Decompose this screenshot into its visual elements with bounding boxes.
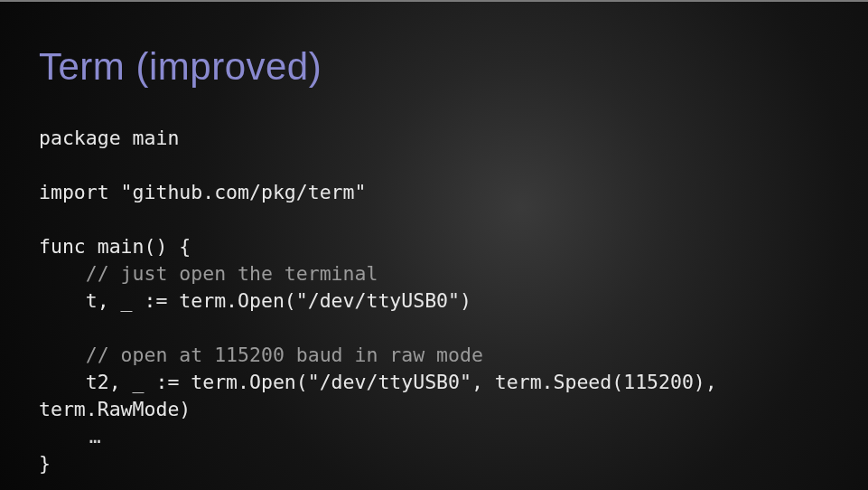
code-ellipsis: …: [39, 425, 102, 448]
code-line: func main() {: [39, 235, 191, 258]
code-line: term.RawMode): [39, 398, 191, 420]
code-line: package main: [39, 127, 179, 149]
code-line: import "github.com/pkg/term": [39, 181, 366, 203]
code-block: package main import "github.com/pkg/term…: [39, 125, 832, 477]
slide-title: Term (improved): [39, 45, 322, 89]
code-comment: // just open the terminal: [39, 262, 378, 285]
code-line: }: [39, 452, 51, 475]
code-comment: // open at 115200 baud in raw mode: [39, 344, 483, 366]
slide: Term (improved) package main import "git…: [0, 0, 868, 490]
code-line: t, _ := term.Open("/dev/ttyUSB0"): [39, 289, 471, 312]
code-line: t2, _ := term.Open("/dev/ttyUSB0", term.…: [39, 371, 717, 393]
